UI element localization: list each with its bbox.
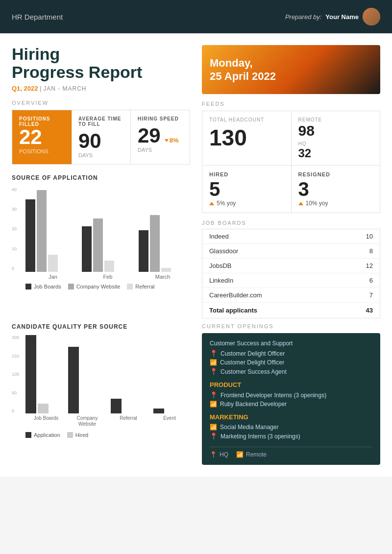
legend-remote: 📶 Remote	[236, 451, 267, 458]
x-axis: Jan Feb March	[12, 274, 190, 280]
bar-jan-referral	[48, 255, 58, 272]
bar-groups	[12, 186, 190, 272]
cq-x-label-ref: Referral	[108, 415, 149, 427]
cq-bar-ref-app	[111, 399, 122, 413]
bar-march-referral	[161, 268, 171, 272]
author-name: Your Name	[325, 13, 359, 21]
bar-feb-referral	[104, 261, 114, 272]
avg-time-card: AVERAGE TIME TO FILL 90 DAYS	[72, 110, 131, 164]
hired-resigned-row: HIRED 5 5% yoy RESIGNED 3 10% yoy	[202, 166, 380, 213]
opening-name-social: Social Media Manager	[220, 424, 278, 431]
prepared-by-label: Prepared by:	[285, 13, 321, 21]
job-boards-table: Indeed 10 Glassdoor 8 JobsDB 12 LinkedIn…	[202, 229, 380, 318]
dept-product: PRODUCT	[210, 381, 372, 388]
opening-name-frontend: Frontend Developer Interns (3 openings)	[220, 392, 326, 399]
openings-legend: 📍 HQ 📶 Remote	[210, 447, 372, 458]
remote-hq-cell: REMOTE 98 HQ 32	[292, 111, 380, 165]
period-label: JAN - MARCH	[43, 85, 86, 92]
legend-label-company: Company Website	[76, 284, 121, 289]
bar-group-jan	[25, 190, 77, 272]
header-title: HR Department	[12, 13, 63, 21]
candidate-quality-section: CANDIDATE QUALITY PER SOURCE 0 50 100 15…	[12, 323, 190, 465]
jb-total-value: 43	[366, 307, 373, 314]
avatar	[363, 8, 380, 25]
remote-value: 98	[298, 123, 373, 138]
legend-remote-label: Remote	[246, 451, 267, 458]
hiring-speed-card: HIRING SPEED 29 8% DAYS	[131, 110, 190, 164]
bar-jan-jobboards	[25, 199, 35, 272]
jb-row-linkedin: LinkedIn 6	[202, 273, 380, 288]
legend-hq: 📍 HQ	[210, 451, 228, 458]
legend-hq-label: HQ	[220, 451, 228, 458]
cq-x-label-jb: Job Boards	[25, 415, 67, 427]
header-right: Prepared by: Your Name	[285, 8, 380, 25]
hired-cell: HIRED 5 5% yoy	[202, 166, 292, 213]
bar-march-company	[150, 215, 160, 272]
jb-row-glassdoor: Glassdoor 8	[202, 244, 380, 259]
jb-name-linkedin: LinkedIn	[209, 277, 233, 284]
stats-row: POSITIONS FILLED 22 POSITIONS AVERAGE TI…	[12, 110, 190, 165]
bar-jan-company	[37, 190, 47, 272]
cq-bar-jb-hired	[38, 404, 49, 413]
resigned-value: 3	[298, 179, 373, 199]
legend-label-referral: Referral	[135, 284, 154, 289]
job-boards-label: JOB BOARDS	[202, 220, 380, 226]
x-label-jan: Jan	[25, 274, 80, 280]
jb-name-indeed: Indeed	[209, 233, 229, 240]
cq-legend: Application Hired	[12, 432, 190, 438]
hiring-speed-label: HIRING SPEED	[138, 116, 183, 121]
quarter-label: Q1, 2022	[12, 85, 38, 92]
wifi-icon-1: 📶	[210, 359, 217, 366]
cq-bars	[12, 335, 190, 413]
bar-group-feb	[82, 218, 133, 272]
report-title: Hiring Progress Report Q1, 2022 | JAN - …	[12, 45, 190, 92]
x-label-feb: Feb	[80, 274, 135, 280]
location-icon-3: 📍	[210, 391, 218, 399]
cq-chart-area: 0 50 100 150 200	[12, 335, 190, 438]
overview-label: OVERVIEW	[12, 100, 190, 106]
avg-time-label: AVERAGE TIME TO FILL	[78, 116, 123, 127]
y-axis: 0 10 20 30 40	[12, 186, 17, 272]
hired-yoy-text: 5% yoy	[217, 200, 236, 207]
cq-y-axis: 0 50 100 150 200	[12, 335, 19, 413]
jb-count-glassdoor: 8	[369, 247, 373, 255]
hired-value: 5	[209, 179, 284, 199]
x-label-march: March	[135, 274, 190, 280]
avg-time-value: 90	[78, 131, 123, 151]
opening-item-cdo-location: 📍 Customer Delight Officer	[210, 349, 372, 358]
opening-item-csa: 📍 Customer Success Agent	[210, 367, 372, 376]
hiring-speed-value: 29	[138, 125, 161, 146]
jb-count-careerbuilder: 7	[369, 291, 373, 299]
headcount-value: 130	[209, 126, 284, 149]
arrow-up-resigned	[298, 202, 303, 205]
jb-name-jobsdb: JobsDB	[209, 262, 232, 269]
resigned-yoy: 10% yoy	[298, 200, 373, 207]
hired-label: HIRED	[209, 171, 284, 177]
header: HR Department Prepared by: Your Name	[0, 0, 392, 33]
legend-jobboards: Job Boards	[25, 284, 61, 289]
jb-count-indeed: 10	[366, 233, 373, 240]
hq-sub: HQ 32	[298, 141, 373, 159]
remote-label: REMOTE	[298, 117, 373, 122]
resigned-label: RESIGNED	[298, 171, 373, 177]
legend-dot-medium	[68, 284, 74, 289]
feeds-top-row: TOTAL HEADCOUNT 130 REMOTE 98 HQ 32	[202, 111, 380, 166]
legend-referral: Referral	[127, 284, 154, 289]
opening-name-csa: Customer Success Agent	[220, 368, 287, 375]
cq-group-referral	[111, 399, 147, 413]
opening-name-cdo-1: Customer Delight Officer	[220, 350, 285, 357]
legend-location-icon: 📍	[210, 451, 217, 458]
resigned-yoy-text: 10% yoy	[306, 200, 328, 207]
dept-customer-success: Customer Success and Support	[210, 340, 372, 347]
cq-legend-hired: Hired	[67, 432, 88, 438]
bar-march-jobboards	[139, 230, 148, 272]
jb-row-jobsdb: JobsDB 12	[202, 259, 380, 273]
positions-filled-value: 22	[19, 127, 64, 147]
legend-company: Company Website	[68, 284, 121, 289]
bar-feb-company	[93, 218, 103, 272]
openings-label: CURRENT OPENINGS	[202, 323, 380, 329]
jb-count-jobsdb: 12	[366, 262, 373, 269]
hiring-speed-badge: 8%	[165, 137, 179, 144]
headcount-label: TOTAL HEADCOUNT	[209, 117, 284, 122]
cq-group-company	[68, 347, 105, 413]
